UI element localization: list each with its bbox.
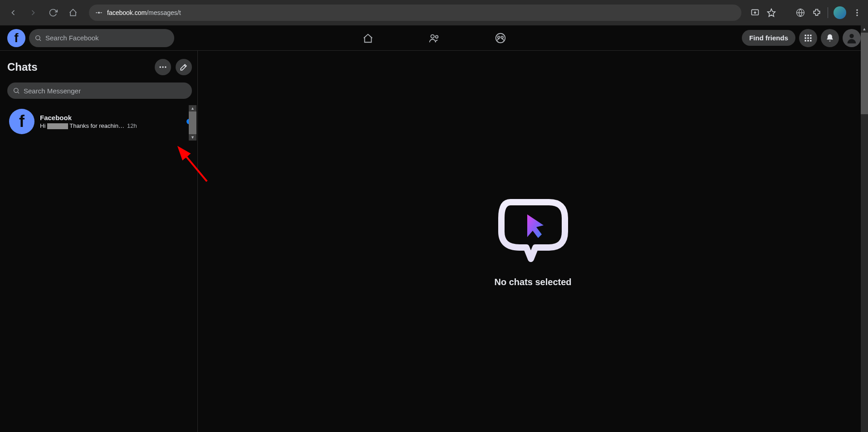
url-bar[interactable]: facebook.com/messages/t	[89, 5, 741, 21]
svg-point-5	[856, 12, 858, 13]
install-app-icon[interactable]	[750, 7, 760, 18]
groups-icon[interactable]	[495, 32, 506, 44]
svg-point-10	[495, 33, 505, 42]
svg-rect-15	[810, 34, 811, 36]
chat-avatar: f	[9, 109, 34, 134]
browser-chrome: facebook.com/messages/t	[0, 0, 868, 25]
svg-point-0	[98, 12, 100, 14]
svg-point-24	[162, 66, 163, 68]
svg-point-8	[431, 34, 434, 38]
sidebar-actions	[155, 59, 192, 75]
chat-preview: Hi Thanks for reachin…	[40, 122, 124, 129]
svg-point-6	[856, 15, 858, 16]
svg-point-4	[856, 10, 858, 11]
globe-icon[interactable]	[795, 7, 806, 18]
svg-point-11	[497, 36, 500, 38]
empty-state-text: No chats selected	[494, 277, 571, 287]
scroll-up-arrow[interactable]: ▲	[189, 105, 196, 112]
menu-grid-button[interactable]	[799, 29, 817, 47]
sidebar-scrollbar[interactable]: ▲ ▼	[189, 105, 196, 141]
sidebar: Chats f Facebook Hi Thanks for reach	[0, 51, 198, 432]
scroll-thumb[interactable]	[189, 112, 196, 134]
svg-point-23	[160, 66, 161, 68]
svg-rect-19	[805, 40, 806, 41]
chrome-right	[750, 6, 863, 19]
svg-rect-21	[810, 40, 811, 41]
browser-home-button[interactable]	[65, 5, 81, 20]
site-info-icon[interactable]	[95, 9, 103, 16]
messenger-search-input[interactable]	[24, 87, 186, 95]
svg-rect-14	[807, 34, 809, 36]
redacted-text	[47, 123, 68, 129]
forward-button[interactable]	[25, 5, 41, 20]
svg-point-22	[849, 34, 853, 38]
chat-list: f Facebook Hi Thanks for reachin… 12h ▲ …	[5, 105, 196, 138]
chat-body: Facebook Hi Thanks for reachin… 12h	[40, 114, 180, 129]
svg-rect-20	[807, 40, 809, 41]
fb-header: f Find friends	[0, 25, 868, 51]
fb-logo[interactable]: f	[7, 29, 25, 47]
browser-profile-avatar[interactable]	[834, 6, 846, 19]
sidebar-header: Chats	[5, 56, 196, 80]
svg-point-25	[165, 66, 166, 68]
bookmark-star-icon[interactable]	[766, 7, 777, 18]
friends-icon[interactable]	[428, 32, 440, 44]
fb-search[interactable]	[29, 29, 174, 47]
chat-name: Facebook	[40, 114, 180, 121]
svg-rect-17	[807, 37, 809, 39]
back-button[interactable]	[5, 5, 21, 20]
home-icon[interactable]	[362, 32, 374, 44]
svg-rect-16	[805, 37, 806, 39]
fb-header-right: Find friends	[742, 29, 861, 47]
svg-rect-13	[805, 34, 806, 36]
fb-nav-center	[362, 32, 506, 44]
svg-point-9	[435, 35, 438, 38]
page-scrollbar[interactable]: ▲	[861, 25, 868, 432]
browser-menu-icon[interactable]	[852, 7, 863, 18]
conversation-pane: No chats selected	[198, 51, 868, 432]
messenger-search[interactable]	[7, 83, 192, 99]
notifications-button[interactable]	[821, 29, 839, 47]
reload-button[interactable]	[45, 5, 61, 20]
empty-state-icon	[495, 195, 572, 259]
svg-rect-18	[810, 37, 811, 39]
scroll-down-arrow[interactable]: ▼	[189, 134, 196, 141]
chat-item[interactable]: f Facebook Hi Thanks for reachin… 12h	[5, 105, 196, 138]
fb-search-input[interactable]	[45, 34, 169, 42]
page-scroll-up[interactable]: ▲	[861, 25, 868, 33]
svg-marker-2	[768, 9, 775, 17]
divider	[828, 7, 828, 18]
svg-point-26	[14, 88, 18, 92]
svg-point-7	[36, 35, 40, 39]
extensions-icon[interactable]	[811, 7, 822, 18]
find-friends-button[interactable]: Find friends	[742, 30, 795, 46]
new-message-button[interactable]	[176, 59, 192, 75]
sidebar-title: Chats	[7, 61, 38, 73]
search-icon	[13, 87, 20, 94]
chats-options-button[interactable]	[155, 59, 171, 75]
chat-preview-row: Hi Thanks for reachin… 12h	[40, 122, 180, 129]
search-icon	[34, 34, 42, 42]
url-text: facebook.com/messages/t	[107, 9, 181, 16]
chat-time: 12h	[127, 122, 137, 129]
account-button[interactable]	[843, 29, 861, 47]
main: Chats f Facebook Hi Thanks for reach	[0, 51, 868, 432]
svg-point-12	[501, 36, 503, 38]
page-scroll-thumb[interactable]	[861, 33, 868, 114]
